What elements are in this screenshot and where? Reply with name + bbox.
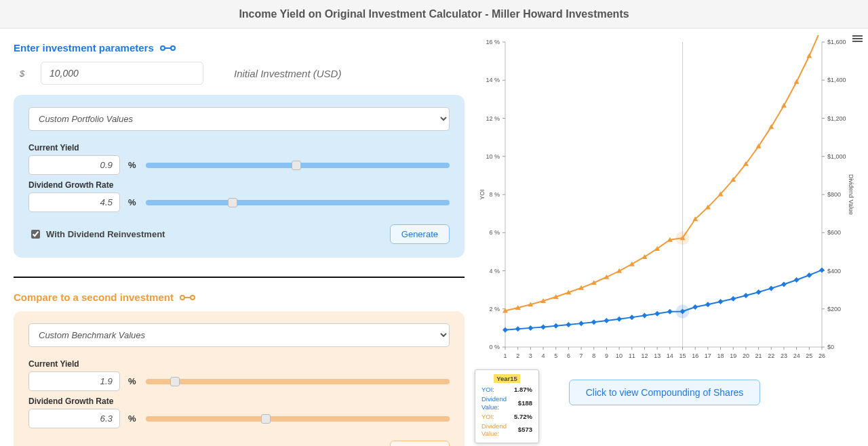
panel2-heading: Compare to a second investment — [14, 291, 465, 303]
svg-point-0 — [161, 46, 165, 50]
svg-text:$200: $200 — [827, 306, 841, 312]
panel1-reinvest-checkbox[interactable]: With Dividend Reinvestment — [28, 228, 165, 241]
initial-investment-label: Initial Investment (USD) — [234, 68, 341, 79]
svg-text:2: 2 — [516, 352, 519, 359]
svg-text:$800: $800 — [827, 191, 841, 198]
panel1-dgr-row: % — [28, 192, 450, 212]
svg-text:14 %: 14 % — [486, 77, 500, 83]
page-title: Income Yield on Original Investment Calc… — [0, 0, 868, 28]
panel2-dgr-label: Dividend Growth Rate — [28, 397, 450, 406]
panel1-generate-button[interactable]: Generate — [390, 224, 450, 244]
chart-menu-icon[interactable] — [852, 34, 863, 43]
panel2-generate-button[interactable]: Generate — [390, 441, 450, 446]
svg-text:$1,400: $1,400 — [827, 77, 846, 83]
svg-text:13: 13 — [654, 352, 660, 359]
svg-text:$400: $400 — [827, 268, 841, 275]
svg-text:Dividend Value: Dividend Value — [848, 174, 854, 215]
left-pane: Enter investment parameters $ Initial In… — [0, 28, 475, 446]
panel2-benchmark-select[interactable]: Custom Benchmark Values — [28, 323, 450, 347]
panel1-dgr-input[interactable] — [28, 192, 120, 212]
svg-text:18: 18 — [717, 352, 724, 359]
svg-text:$1,000: $1,000 — [827, 153, 846, 160]
svg-point-1 — [171, 46, 175, 50]
svg-text:24: 24 — [793, 352, 800, 359]
panel1-dgr-slider[interactable] — [146, 198, 450, 207]
panel2-footer: With Dividend Reinvestment Generate — [28, 441, 450, 446]
svg-text:25: 25 — [806, 352, 812, 359]
svg-text:YOI: YOI — [479, 189, 486, 200]
svg-text:11: 11 — [629, 352, 635, 359]
svg-text:4 %: 4 % — [489, 268, 500, 275]
svg-text:19: 19 — [730, 352, 736, 359]
panel1-yield-label: Current Yield — [28, 143, 450, 153]
svg-text:22: 22 — [768, 352, 774, 359]
svg-text:10 %: 10 % — [486, 153, 500, 160]
svg-point-4 — [191, 296, 195, 300]
svg-text:9: 9 — [605, 352, 608, 359]
svg-text:8: 8 — [592, 352, 595, 359]
svg-text:15: 15 — [679, 352, 686, 359]
panel1-dgr-label: Dividend Growth Rate — [28, 180, 450, 190]
svg-text:0 %: 0 % — [489, 344, 500, 350]
chain-icon — [179, 294, 197, 301]
svg-text:$1,200: $1,200 — [827, 115, 846, 122]
panel2-dgr-slider[interactable] — [146, 414, 450, 424]
svg-text:12 %: 12 % — [486, 115, 500, 122]
svg-text:7: 7 — [580, 352, 583, 359]
right-pane: 0 %2 %4 %6 %8 %10 %12 %14 %16 %$0$200$40… — [475, 28, 868, 446]
svg-point-3 — [180, 296, 184, 300]
panel2-yield-row: % — [28, 371, 450, 391]
panel1-heading-text: Enter investment parameters — [14, 42, 154, 54]
yoi-chart: 0 %2 %4 %6 %8 %10 %12 %14 %16 %$0$200$40… — [475, 35, 854, 367]
svg-text:23: 23 — [781, 352, 787, 359]
svg-text:$1,600: $1,600 — [827, 39, 846, 45]
svg-text:1: 1 — [503, 352, 507, 359]
pct-symbol: % — [128, 160, 138, 170]
initial-investment-input[interactable] — [41, 62, 203, 85]
pct-symbol: % — [128, 376, 138, 386]
svg-text:16 %: 16 % — [486, 39, 500, 45]
svg-text:6 %: 6 % — [489, 229, 500, 236]
panel2-dgr-row: % — [28, 409, 450, 428]
currency-symbol: $ — [14, 68, 31, 79]
svg-text:4: 4 — [542, 352, 545, 359]
panel2-yield-label: Current Yield — [28, 359, 450, 369]
svg-text:8 %: 8 % — [489, 191, 500, 198]
svg-text:26: 26 — [818, 352, 825, 359]
svg-text:12: 12 — [641, 352, 648, 359]
svg-text:5: 5 — [554, 352, 557, 359]
pct-symbol: % — [128, 197, 138, 207]
svg-text:21: 21 — [755, 352, 762, 359]
chart-tooltip: Year15YOI:1.87%Dividend Value:$188YOI:5.… — [475, 369, 539, 443]
panel1-yield-slider[interactable] — [146, 161, 450, 170]
panel2-body: Custom Benchmark Values Current Yield % … — [14, 311, 465, 446]
chain-icon — [159, 45, 177, 52]
svg-text:10: 10 — [616, 352, 623, 359]
panel1-portfolio-select[interactable]: Custom Portfolio Values — [28, 107, 450, 131]
initial-investment-row: $ Initial Investment (USD) — [14, 62, 465, 85]
svg-text:$600: $600 — [827, 229, 841, 236]
svg-text:6: 6 — [567, 352, 570, 359]
svg-text:16: 16 — [692, 352, 698, 359]
panel1-yield-row: % — [28, 155, 450, 175]
main-content: Enter investment parameters $ Initial In… — [0, 28, 868, 446]
svg-text:3: 3 — [529, 352, 532, 359]
divider — [14, 277, 465, 278]
panel2-dgr-input[interactable] — [28, 409, 120, 428]
svg-text:20: 20 — [743, 352, 749, 359]
panel1-footer: With Dividend Reinvestment Generate — [28, 224, 450, 244]
panel2-yield-input[interactable] — [28, 371, 120, 391]
panel2-yield-slider[interactable] — [146, 377, 450, 386]
svg-text:$0: $0 — [827, 344, 834, 350]
panel1-body: Custom Portfolio Values Current Yield % … — [14, 95, 465, 258]
compounding-shares-button[interactable]: Click to view Compounding of Shares — [569, 380, 761, 405]
pct-symbol: % — [128, 413, 138, 424]
svg-text:17: 17 — [705, 352, 711, 359]
svg-text:2 %: 2 % — [489, 306, 500, 312]
panel1-heading: Enter investment parameters — [14, 42, 465, 54]
panel2-heading-text: Compare to a second investment — [14, 291, 174, 303]
panel1-reinvest-input[interactable] — [31, 230, 40, 239]
panel1-yield-input[interactable] — [28, 155, 120, 175]
svg-text:14: 14 — [667, 352, 673, 359]
